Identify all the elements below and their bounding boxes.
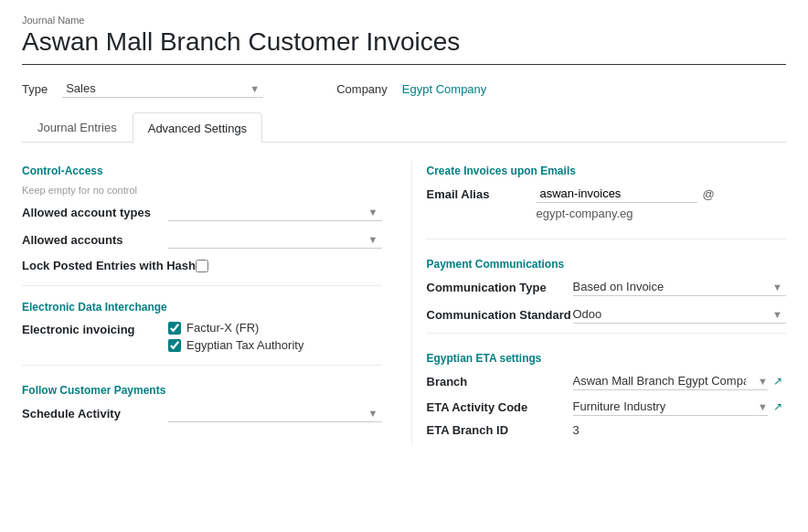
follow-title: Follow Customer Payments xyxy=(22,384,382,397)
allowed-accounts-select[interactable] xyxy=(168,230,382,249)
payment-comm-title: Payment Communications xyxy=(427,258,787,271)
eta-branch-id-value: 3 xyxy=(573,423,579,437)
comm-type-label: Communication Type xyxy=(427,281,573,294)
eta-section: Egyptian ETA settings Branch Aswan Mall … xyxy=(427,352,787,437)
email-section: Create Invoices upon Emails Email Alias … xyxy=(427,165,787,220)
eta-checkbox[interactable] xyxy=(168,339,181,352)
eta-activity-code-label: ETA Activity Code xyxy=(427,400,573,414)
company-label: Company xyxy=(336,82,388,96)
branch-external-link-icon[interactable]: ↗ xyxy=(773,375,782,388)
lock-posted-checkbox[interactable] xyxy=(196,260,208,272)
tabs-container: Journal Entries Advanced Settings xyxy=(22,112,786,143)
schedule-activity-select[interactable] xyxy=(168,404,382,422)
lock-posted-label: Lock Posted Entries with Hash xyxy=(22,258,196,274)
type-select[interactable]: Sales xyxy=(62,80,263,98)
facturx-label: Factur-X (FR) xyxy=(186,321,259,335)
branch-label: Branch xyxy=(427,375,573,388)
journal-title: Aswan Mall Branch Customer Invoices xyxy=(22,27,786,65)
eta-settings-title: Egyptian ETA settings xyxy=(427,352,787,365)
type-label: Type xyxy=(22,82,48,96)
edi-section: Electronic Data Interchange Electronic i… xyxy=(22,301,382,356)
tab-advanced-settings[interactable]: Advanced Settings xyxy=(133,112,262,143)
eta-label: Egyptian Tax Authority xyxy=(186,338,303,352)
edi-title: Electronic Data Interchange xyxy=(22,301,382,314)
email-alias-label: Email Alias xyxy=(427,187,537,201)
control-access-hint: Keep empty for no control xyxy=(22,185,382,196)
tab-journal-entries[interactable]: Journal Entries xyxy=(22,112,133,142)
allowed-account-types-label: Allowed account types xyxy=(22,206,168,219)
control-access-title: Control-Access xyxy=(22,165,382,177)
follow-section: Follow Customer Payments Schedule Activi… xyxy=(22,384,382,422)
email-at-symbol: @ xyxy=(703,187,715,201)
eta-activity-code-select[interactable]: Furniture Industry xyxy=(573,398,769,416)
control-access-section: Control-Access Keep empty for no control… xyxy=(22,165,382,274)
facturx-checkbox[interactable] xyxy=(168,322,181,335)
create-invoices-title: Create Invoices upon Emails xyxy=(427,165,787,177)
comm-standard-select[interactable]: Odoo xyxy=(573,305,787,324)
company-link[interactable]: Egypt Company xyxy=(402,82,487,96)
allowed-accounts-label: Allowed accounts xyxy=(22,233,168,247)
email-alias-input[interactable] xyxy=(537,185,697,203)
eta-branch-id-label: ETA Branch ID xyxy=(427,423,573,437)
branch-select[interactable]: Aswan Mall Branch Egypt Company xyxy=(573,372,769,390)
journal-name-label: Journal Name xyxy=(22,15,786,26)
payment-section: Payment Communications Communication Typ… xyxy=(427,258,787,324)
comm-type-select[interactable]: Based on Invoice xyxy=(573,278,787,296)
allowed-account-types-select[interactable] xyxy=(168,203,382,221)
eta-activity-code-external-link-icon[interactable]: ↗ xyxy=(773,400,782,413)
comm-standard-label: Communication Standard xyxy=(427,308,573,322)
electronic-invoicing-label: Electronic invoicing xyxy=(22,321,168,336)
email-domain: egypt-company.eg xyxy=(537,207,787,220)
schedule-activity-label: Schedule Activity xyxy=(22,407,168,420)
